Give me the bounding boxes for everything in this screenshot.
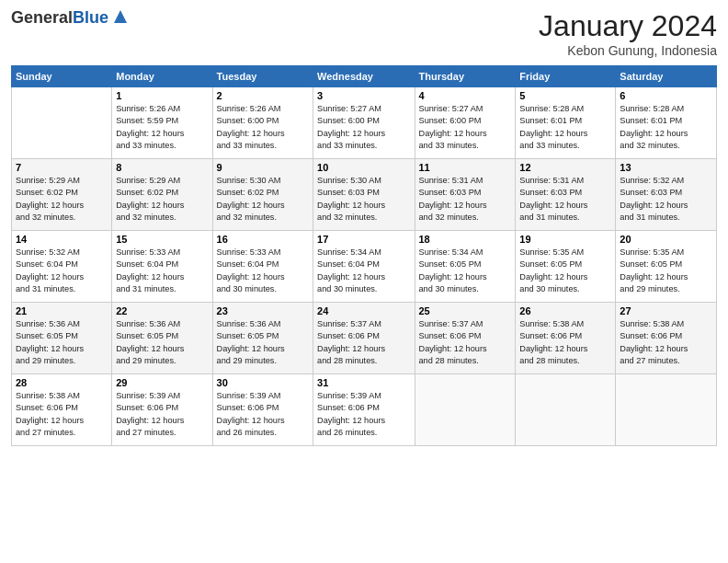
day-number: 25 <box>419 305 512 316</box>
day-number: 13 <box>620 162 712 173</box>
day-info: Sunrise: 5:35 AMSunset: 6:05 PMDaylight:… <box>620 247 712 295</box>
day-cell: 27Sunrise: 5:38 AMSunset: 6:06 PMDayligh… <box>616 303 717 374</box>
day-info: Sunrise: 5:30 AMSunset: 6:03 PMDaylight:… <box>317 175 410 224</box>
day-number: 28 <box>16 377 108 388</box>
day-info: Sunrise: 5:27 AMSunset: 6:00 PMDaylight:… <box>419 103 512 152</box>
day-cell <box>516 374 616 446</box>
day-info: Sunrise: 5:29 AMSunset: 6:02 PMDaylight:… <box>116 175 208 224</box>
day-number: 27 <box>620 305 712 316</box>
day-info: Sunrise: 5:33 AMSunset: 6:04 PMDaylight:… <box>217 247 309 295</box>
weekday-header-friday: Friday <box>516 66 616 87</box>
day-info: Sunrise: 5:35 AMSunset: 6:05 PMDaylight:… <box>519 247 611 295</box>
day-number: 8 <box>116 162 208 173</box>
day-info: Sunrise: 5:33 AMSunset: 6:04 PMDaylight:… <box>116 247 208 295</box>
day-info: Sunrise: 5:34 AMSunset: 6:04 PMDaylight:… <box>317 247 410 295</box>
day-cell: 17Sunrise: 5:34 AMSunset: 6:04 PMDayligh… <box>313 231 415 303</box>
weekday-header-row: SundayMondayTuesdayWednesdayThursdayFrid… <box>12 66 717 87</box>
day-number: 26 <box>519 305 611 316</box>
week-row-3: 14Sunrise: 5:32 AMSunset: 6:04 PMDayligh… <box>12 231 717 303</box>
day-number: 7 <box>16 162 108 173</box>
week-row-1: 1Sunrise: 5:26 AMSunset: 5:59 PMDaylight… <box>12 87 717 159</box>
day-number: 19 <box>519 234 611 245</box>
weekday-header-sunday: Sunday <box>12 66 112 87</box>
day-number: 31 <box>317 377 410 388</box>
weekday-header-thursday: Thursday <box>415 66 516 87</box>
day-cell: 14Sunrise: 5:32 AMSunset: 6:04 PMDayligh… <box>12 231 112 303</box>
weekday-header-saturday: Saturday <box>616 66 717 87</box>
calendar-table: SundayMondayTuesdayWednesdayThursdayFrid… <box>11 65 717 446</box>
day-number: 21 <box>16 305 108 316</box>
day-cell <box>415 374 516 446</box>
logo: GeneralBlue <box>11 9 131 28</box>
day-cell: 26Sunrise: 5:38 AMSunset: 6:06 PMDayligh… <box>516 303 616 374</box>
day-cell: 7Sunrise: 5:29 AMSunset: 6:02 PMDaylight… <box>12 159 112 231</box>
day-cell: 23Sunrise: 5:36 AMSunset: 6:05 PMDayligh… <box>212 303 313 374</box>
day-info: Sunrise: 5:39 AMSunset: 6:06 PMDaylight:… <box>116 390 208 439</box>
day-info: Sunrise: 5:37 AMSunset: 6:06 PMDaylight:… <box>419 318 512 367</box>
day-info: Sunrise: 5:30 AMSunset: 6:02 PMDaylight:… <box>217 175 309 224</box>
day-cell: 19Sunrise: 5:35 AMSunset: 6:05 PMDayligh… <box>516 231 616 303</box>
day-info: Sunrise: 5:28 AMSunset: 6:01 PMDaylight:… <box>620 103 712 152</box>
logo-blue-text: Blue <box>73 8 108 27</box>
day-cell <box>12 87 112 159</box>
day-number: 4 <box>419 90 512 101</box>
day-number: 11 <box>419 162 512 173</box>
calendar-page: GeneralBlue January 2024 Kebon Gunung, I… <box>0 0 728 563</box>
day-cell: 2Sunrise: 5:26 AMSunset: 6:00 PMDaylight… <box>212 87 313 159</box>
weekday-header-wednesday: Wednesday <box>313 66 415 87</box>
logo-general-text: General <box>11 8 73 27</box>
day-cell: 24Sunrise: 5:37 AMSunset: 6:06 PMDayligh… <box>313 303 415 374</box>
day-cell: 11Sunrise: 5:31 AMSunset: 6:03 PMDayligh… <box>415 159 516 231</box>
day-number: 9 <box>217 162 309 173</box>
day-cell: 12Sunrise: 5:31 AMSunset: 6:03 PMDayligh… <box>516 159 616 231</box>
week-row-5: 28Sunrise: 5:38 AMSunset: 6:06 PMDayligh… <box>12 374 717 446</box>
day-cell: 4Sunrise: 5:27 AMSunset: 6:00 PMDaylight… <box>415 87 516 159</box>
day-info: Sunrise: 5:34 AMSunset: 6:05 PMDaylight:… <box>419 247 512 295</box>
day-cell: 28Sunrise: 5:38 AMSunset: 6:06 PMDayligh… <box>12 374 112 446</box>
page-header: GeneralBlue January 2024 Kebon Gunung, I… <box>11 9 717 58</box>
week-row-4: 21Sunrise: 5:36 AMSunset: 6:05 PMDayligh… <box>12 303 717 374</box>
month-title: January 2024 <box>539 9 717 43</box>
day-number: 12 <box>519 162 611 173</box>
day-number: 16 <box>217 234 309 245</box>
day-cell: 31Sunrise: 5:39 AMSunset: 6:06 PMDayligh… <box>313 374 415 446</box>
day-number: 24 <box>317 305 410 316</box>
day-info: Sunrise: 5:32 AMSunset: 6:03 PMDaylight:… <box>620 175 712 224</box>
day-info: Sunrise: 5:38 AMSunset: 6:06 PMDaylight:… <box>620 318 712 367</box>
day-info: Sunrise: 5:36 AMSunset: 6:05 PMDaylight:… <box>217 318 309 367</box>
day-number: 23 <box>217 305 309 316</box>
day-info: Sunrise: 5:38 AMSunset: 6:06 PMDaylight:… <box>16 390 108 439</box>
day-info: Sunrise: 5:37 AMSunset: 6:06 PMDaylight:… <box>317 318 410 367</box>
weekday-header-tuesday: Tuesday <box>212 66 313 87</box>
day-number: 30 <box>217 377 309 388</box>
day-cell: 30Sunrise: 5:39 AMSunset: 6:06 PMDayligh… <box>212 374 313 446</box>
day-info: Sunrise: 5:38 AMSunset: 6:06 PMDaylight:… <box>519 318 611 367</box>
day-number: 5 <box>519 90 611 101</box>
day-cell: 13Sunrise: 5:32 AMSunset: 6:03 PMDayligh… <box>616 159 717 231</box>
day-number: 1 <box>116 90 208 101</box>
week-row-2: 7Sunrise: 5:29 AMSunset: 6:02 PMDaylight… <box>12 159 717 231</box>
day-cell: 3Sunrise: 5:27 AMSunset: 6:00 PMDaylight… <box>313 87 415 159</box>
day-number: 22 <box>116 305 208 316</box>
day-info: Sunrise: 5:29 AMSunset: 6:02 PMDaylight:… <box>16 175 108 224</box>
day-number: 14 <box>16 234 108 245</box>
day-number: 6 <box>620 90 712 101</box>
day-info: Sunrise: 5:39 AMSunset: 6:06 PMDaylight:… <box>317 390 410 439</box>
day-info: Sunrise: 5:39 AMSunset: 6:06 PMDaylight:… <box>217 390 309 439</box>
location: Kebon Gunung, Indonesia <box>539 43 717 58</box>
day-number: 18 <box>419 234 512 245</box>
day-info: Sunrise: 5:27 AMSunset: 6:00 PMDaylight:… <box>317 103 410 152</box>
day-info: Sunrise: 5:32 AMSunset: 6:04 PMDaylight:… <box>16 247 108 295</box>
day-number: 29 <box>116 377 208 388</box>
day-info: Sunrise: 5:31 AMSunset: 6:03 PMDaylight:… <box>419 175 512 224</box>
day-number: 10 <box>317 162 410 173</box>
logo-icon <box>110 6 131 27</box>
day-cell: 6Sunrise: 5:28 AMSunset: 6:01 PMDaylight… <box>616 87 717 159</box>
weekday-header-monday: Monday <box>112 66 212 87</box>
day-cell: 10Sunrise: 5:30 AMSunset: 6:03 PMDayligh… <box>313 159 415 231</box>
day-number: 20 <box>620 234 712 245</box>
day-cell: 9Sunrise: 5:30 AMSunset: 6:02 PMDaylight… <box>212 159 313 231</box>
day-cell: 15Sunrise: 5:33 AMSunset: 6:04 PMDayligh… <box>112 231 212 303</box>
day-cell: 1Sunrise: 5:26 AMSunset: 5:59 PMDaylight… <box>112 87 212 159</box>
day-info: Sunrise: 5:36 AMSunset: 6:05 PMDaylight:… <box>16 318 108 367</box>
